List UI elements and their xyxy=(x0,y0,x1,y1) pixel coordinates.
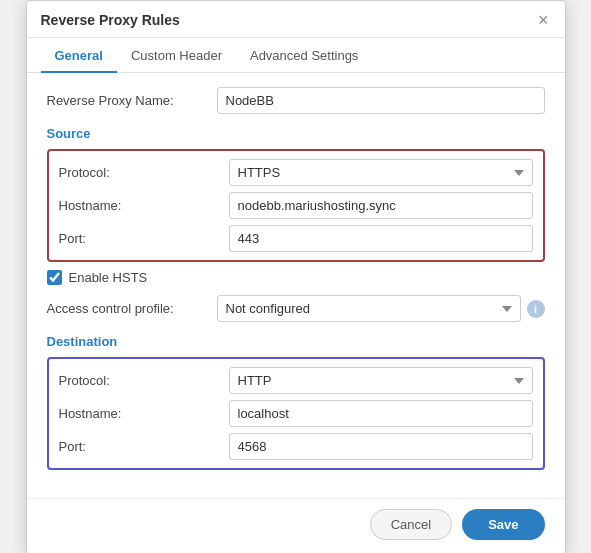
proxy-name-input[interactable] xyxy=(217,87,545,114)
dest-port-row: Port: xyxy=(59,433,533,460)
tabs-bar: General Custom Header Advanced Settings xyxy=(27,38,565,73)
source-section-title: Source xyxy=(47,126,545,141)
tab-custom-header[interactable]: Custom Header xyxy=(117,38,236,73)
access-control-row: Access control profile: Not configured i xyxy=(47,295,545,322)
close-button[interactable]: × xyxy=(536,11,551,29)
source-protocol-row: Protocol: HTTPS HTTP xyxy=(59,159,533,186)
dest-hostname-input[interactable] xyxy=(229,400,533,427)
proxy-name-label: Reverse Proxy Name: xyxy=(47,93,217,108)
source-protocol-select[interactable]: HTTPS HTTP xyxy=(229,159,533,186)
dest-hostname-label: Hostname: xyxy=(59,406,229,421)
dest-protocol-label: Protocol: xyxy=(59,373,229,388)
source-port-input[interactable] xyxy=(229,225,533,252)
source-hostname-row: Hostname: xyxy=(59,192,533,219)
save-button[interactable]: Save xyxy=(462,509,544,540)
tab-advanced-settings[interactable]: Advanced Settings xyxy=(236,38,372,73)
source-hostname-input[interactable] xyxy=(229,192,533,219)
tab-general[interactable]: General xyxy=(41,38,117,73)
enable-hsts-label: Enable HSTS xyxy=(69,270,148,285)
dialog-footer: Cancel Save xyxy=(27,498,565,553)
destination-box: Protocol: HTTP HTTPS Hostname: Port: xyxy=(47,357,545,470)
access-control-select[interactable]: Not configured xyxy=(217,295,521,322)
dest-port-label: Port: xyxy=(59,439,229,454)
dialog-title: Reverse Proxy Rules xyxy=(41,12,180,28)
source-port-label: Port: xyxy=(59,231,229,246)
cancel-button[interactable]: Cancel xyxy=(370,509,452,540)
dialog-body: Reverse Proxy Name: Source Protocol: HTT… xyxy=(27,73,565,494)
access-control-label: Access control profile: xyxy=(47,301,217,316)
dest-protocol-select[interactable]: HTTP HTTPS xyxy=(229,367,533,394)
dest-hostname-row: Hostname: xyxy=(59,400,533,427)
enable-hsts-checkbox[interactable] xyxy=(47,270,62,285)
dest-protocol-row: Protocol: HTTP HTTPS xyxy=(59,367,533,394)
source-hostname-label: Hostname: xyxy=(59,198,229,213)
source-protocol-label: Protocol: xyxy=(59,165,229,180)
source-port-row: Port: xyxy=(59,225,533,252)
destination-section-title: Destination xyxy=(47,334,545,349)
proxy-name-row: Reverse Proxy Name: xyxy=(47,87,545,114)
dialog-titlebar: Reverse Proxy Rules × xyxy=(27,1,565,38)
source-box: Protocol: HTTPS HTTP Hostname: Port: xyxy=(47,149,545,262)
dest-port-input[interactable] xyxy=(229,433,533,460)
info-icon[interactable]: i xyxy=(527,300,545,318)
reverse-proxy-dialog: Reverse Proxy Rules × General Custom Hea… xyxy=(26,0,566,553)
enable-hsts-row: Enable HSTS xyxy=(47,270,545,285)
